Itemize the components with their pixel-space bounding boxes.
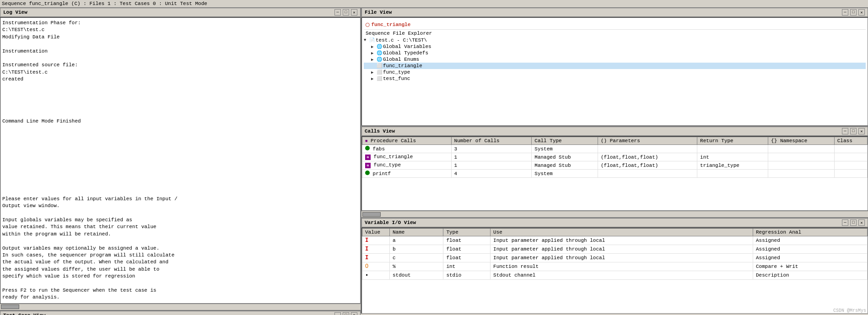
tree-label-ge: Global Enums <box>383 57 419 62</box>
tc-close-button[interactable]: ✕ <box>351 312 357 315</box>
calls-cell-namespace <box>768 145 835 153</box>
var-cell-name: % <box>390 262 443 271</box>
var-cell-name: c <box>390 254 443 262</box>
var-view-title: Variable I/O View <box>365 220 416 225</box>
table-row[interactable]: fabs 3 System <box>362 145 868 153</box>
fv-maximize-button[interactable]: □ <box>850 9 857 16</box>
var-view-header: Variable I/O View — □ ✕ <box>361 218 868 228</box>
calls-scroll-thumb[interactable] <box>362 212 381 217</box>
vv-maximize-button[interactable]: □ <box>850 219 857 226</box>
table-row[interactable]: printf 4 System <box>362 170 868 178</box>
tc-maximize-button[interactable]: □ <box>343 312 349 315</box>
var-cell-value: O <box>362 262 390 271</box>
calls-cell-namespace <box>768 153 835 161</box>
ge-arrow: ▶ <box>371 57 376 62</box>
table-row[interactable]: I c float Input parameter applied throug… <box>362 254 868 262</box>
tree-item-func-triangle[interactable]: ⬜ func_triangle <box>364 63 866 69</box>
calls-table-container: ■ Procedure Calls Number of Calls Call T… <box>361 136 868 211</box>
var-cell-type: float <box>443 236 491 245</box>
log-scroll-thumb[interactable] <box>1 304 19 309</box>
var-table-container: Value Name Type Use Regression Anal I a … <box>361 228 868 314</box>
file-view-header: File View — □ ✕ <box>361 8 868 17</box>
table-row[interactable]: m func_type 1 Managed Stub (float,float,… <box>362 161 868 170</box>
var-col-use: Use <box>491 229 753 236</box>
calls-cell-namespace <box>768 170 835 178</box>
calls-scrollbar-h[interactable] <box>361 211 868 217</box>
table-row[interactable]: ▪ stdout stdio Stdout channel Descriptio… <box>362 271 868 280</box>
var-cell-use: Input parameter applied through local <box>491 236 753 245</box>
tree-item-global-enums[interactable]: ▶ 🌐 Global Enums <box>364 56 866 63</box>
func-name-row: ◯ func_triangle <box>364 20 866 30</box>
fv-minimize-button[interactable]: — <box>842 9 848 16</box>
log-text: Instrumentation Phase for: C:\TEST\test.… <box>2 20 358 301</box>
tree-label-fty: func_type <box>383 69 410 75</box>
var-col-type: Type <box>443 229 491 236</box>
tf-arrow: ▶ <box>371 76 376 81</box>
var-cell-type: stdio <box>443 271 491 280</box>
var-cell-use: Input parameter applied through local <box>491 254 753 262</box>
table-row[interactable]: O % int Function result Compare + Writ <box>362 262 868 271</box>
calls-col-returntype: Return Type <box>697 137 768 145</box>
calls-cell-calltype: Managed Stub <box>532 153 598 161</box>
var-cell-use: Function result <box>491 262 753 271</box>
calls-col-params: () Parameters <box>598 137 697 145</box>
table-row[interactable]: m func_triangle 1 Managed Stub (float,fl… <box>362 153 868 161</box>
calls-col-calltype: Call Type <box>532 137 598 145</box>
vv-close-button[interactable]: ✕ <box>858 219 865 226</box>
printf-icon <box>365 171 370 175</box>
ft-icon: ⬜ <box>377 63 382 69</box>
tree-root[interactable]: ▼ 📄 test.c - C:\TEST\ <box>364 37 866 43</box>
calls-cell-name: fabs <box>362 145 452 153</box>
var-cell-value: I <box>362 254 390 262</box>
calls-cell-params <box>598 145 697 153</box>
var-table: Value Name Type Use Regression Anal I a … <box>362 228 868 280</box>
var-value-icon: I <box>365 237 368 244</box>
log-close-button[interactable]: ✕ <box>351 9 357 16</box>
calls-view-panel: Calls View — □ ✕ ■ Procedure Calls <box>361 127 868 218</box>
cv-maximize-button[interactable]: □ <box>850 128 857 134</box>
tree-item-func-type[interactable]: ▶ ⬜ func_type <box>364 69 866 75</box>
log-minimize-button[interactable]: — <box>334 9 341 16</box>
gv-icon: 🌐 <box>377 44 382 49</box>
explorer-title: Sequence File Explorer <box>364 30 866 37</box>
tree-label-tf: test_func <box>383 76 410 81</box>
root-file-icon: 📄 <box>369 37 375 43</box>
fv-close-button[interactable]: ✕ <box>858 9 865 16</box>
calls-cell-returntype <box>697 145 768 153</box>
var-cell-value: ▪ <box>362 271 390 280</box>
vv-minimize-button[interactable]: — <box>842 219 848 226</box>
var-value-icon: ▪ <box>365 272 368 278</box>
tree-item-test-func[interactable]: ▶ ⬜ test_func <box>364 75 866 82</box>
func-triangle-icon: m <box>365 155 371 160</box>
var-view-panel: Variable I/O View — □ ✕ Value Name Type … <box>361 218 868 314</box>
tree-label-gv: Global Variables <box>383 44 431 49</box>
log-maximize-button[interactable]: □ <box>343 9 349 16</box>
calls-cell-name: m func_type <box>362 161 452 170</box>
var-cell-regression: Assigned <box>753 236 868 245</box>
cv-close-button[interactable]: ✕ <box>858 128 865 134</box>
calls-cell-params: (float,float,float) <box>598 153 697 161</box>
calls-cell-numcalls: 1 <box>451 161 532 170</box>
table-row[interactable]: I b float Input parameter applied throug… <box>362 245 868 254</box>
calls-view-header: Calls View — □ ✕ <box>361 127 868 136</box>
var-col-name: Name <box>390 229 443 236</box>
title-text: Sequence func_triangle (C) : Files 1 : T… <box>2 1 207 6</box>
var-cell-type: int <box>443 262 491 271</box>
var-col-value: Value <box>362 229 390 236</box>
calls-col-class: Class <box>834 137 867 145</box>
calls-cell-name: printf <box>362 170 452 178</box>
calls-col-numcalls: Number of Calls <box>451 137 532 145</box>
tree-item-global-vars[interactable]: ▶ 🌐 Global Variables <box>364 43 866 50</box>
log-scrollbar-h[interactable] <box>0 304 361 310</box>
file-view-content: ◯ func_triangle Sequence File Explorer ▼… <box>361 17 868 126</box>
calls-cell-name: m func_triangle <box>362 153 452 161</box>
func-icon: ◯ <box>366 21 369 28</box>
calls-cell-returntype <box>697 170 768 178</box>
calls-cell-returntype: int <box>697 153 768 161</box>
tc-minimize-button[interactable]: — <box>334 312 341 315</box>
calls-cell-calltype: System <box>532 145 598 153</box>
table-row[interactable]: I a float Input parameter applied throug… <box>362 236 868 245</box>
tree-item-global-typedefs[interactable]: ▶ 🌐 Global Typedefs <box>364 50 866 56</box>
tree-label-gt: Global Typedefs <box>383 50 428 56</box>
cv-minimize-button[interactable]: — <box>842 128 848 134</box>
